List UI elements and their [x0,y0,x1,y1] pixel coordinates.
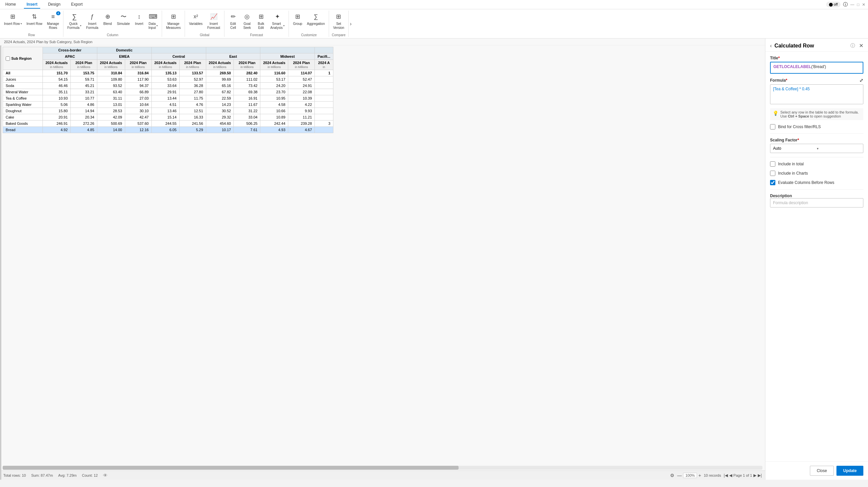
status-bar: Total rows: 10 Sum: 87.47m Avg: 7.29m Co… [0,470,765,480]
window-restore[interactable]: □ [857,2,859,7]
table-row[interactable]: All151.70153.75310.84316.84135.13133.572… [3,70,333,76]
invert-row-button[interactable]: ⇅ Invert Row [25,11,44,27]
window-close[interactable]: ✕ [862,2,865,7]
aggregation-button[interactable]: ∑ Aggregation [305,11,327,27]
col-2024-actuals-central: 2024 Actualsin Millions [151,60,179,70]
edit-cell-button[interactable]: ✏ EditCell [226,11,240,31]
insert-formula-icon: ƒ [88,12,97,21]
evaluate-columns-checkbox[interactable] [770,180,775,185]
include-in-total-label[interactable]: Include in total [778,162,804,166]
formula-input[interactable]: [Tea & Coffee] * 0.45 [770,84,863,104]
insert-forecast-button[interactable]: 📈 InsertForecast [205,11,222,31]
manage-measures-button[interactable]: ⊞ ManageMeasures [164,11,183,31]
insert-formula-button[interactable]: ƒ InsertFormula [84,11,100,31]
table-row[interactable]: Mineral Water35.1133.2163.4066.8929.9127… [3,89,333,95]
table-row[interactable]: Baked Goods246.91272.26500.69537.60244.5… [3,121,333,127]
invert-button[interactable]: ↕ Invert [132,11,146,27]
cell-value: 241.56 [179,121,206,127]
cell-value: 4.51 [151,102,179,108]
include-in-total-checkbox[interactable] [770,161,775,167]
cell-value: 5.29 [179,127,206,133]
zoom-out-button[interactable]: — [677,473,682,478]
side-panel-back-button[interactable]: ‹ [770,43,772,49]
cell-value: 10.77 [70,95,97,102]
cell-value: 53.17 [260,76,288,83]
window-minimize[interactable]: — [850,2,855,7]
ribbon-group-global-label: Global [200,33,210,37]
include-in-charts-checkbox[interactable] [770,171,775,176]
bulk-edit-button[interactable]: ⊞ BulkEdit [254,11,268,31]
side-panel-info-icon[interactable]: ⓘ [850,43,855,49]
cell-value: 69.38 [234,89,260,95]
table-row[interactable]: Tea & Coffee10.9310.7731.1127.0313.4411.… [3,95,333,102]
cell-value: 30.52 [206,108,234,114]
cell-value: 36.28 [179,83,206,89]
evaluate-columns-label[interactable]: Evaluate Columns Before Rows [778,180,834,185]
table-row[interactable]: Doughnut15.8014.9428.5330.1013.4612.5130… [3,108,333,114]
goal-seek-button[interactable]: ◎ GoalSeek [240,11,254,31]
formula-text: [Tea & Coffee] * 0.45 [773,87,810,91]
cell-value: 3 [315,121,333,127]
sub-region-header: Sub Region [3,47,43,70]
ribbon: ⊞ Insert Row ▾ ⇅ Invert Row ≡ 4 ManageRo… [0,9,868,38]
info-icon[interactable]: ⓘ [843,2,848,8]
table-row[interactable]: Juices54.1559.71109.80117.9053.6352.9799… [3,76,333,83]
scaling-dropdown[interactable]: Auto ▾ [770,144,863,153]
table-row[interactable]: Bread4.924.8514.0012.166.055.2910.177.61… [3,127,333,133]
table-row[interactable]: Cake20.9120.3442.0942.4715.1416.3329.323… [3,114,333,121]
scrollbar-thumb[interactable] [3,466,459,470]
row-label: Bread [3,127,43,133]
close-button[interactable]: Close [810,466,834,476]
quick-formula-label: QuickFormula ▾ [67,22,82,30]
first-page-button[interactable]: |◀ [723,473,727,478]
prev-page-button[interactable]: ◀ [729,473,732,478]
sum-stat: Sum: 87.47m [31,474,53,477]
data-input-button[interactable]: ⌨ DataInput ▾ [147,11,160,31]
simulate-button[interactable]: 〜 Simulate [115,11,132,27]
next-page-button[interactable]: ▶ [753,473,756,478]
cell-value: 59.71 [70,76,97,83]
formula-expand-icon[interactable]: ⤢ [859,78,863,83]
settings-icon[interactable]: ⚙ [670,473,674,478]
quick-formula-button[interactable]: ∑ QuickFormula ▾ [65,11,84,31]
table-row[interactable]: Soda46.4645.2193.5294.3733.6436.2865.167… [3,83,333,89]
toggle-off[interactable]: ⬤ off [826,2,840,7]
manage-rows-button[interactable]: ≡ 4 ManageRows [45,11,61,31]
bind-cross-filter-label[interactable]: Bind for Cross filter/RLS [778,125,821,129]
horizontal-scrollbar[interactable] [3,466,763,470]
zoom-level[interactable]: 100% [683,473,697,478]
ribbon-group-measures-items: ⊞ ManageMeasures [164,11,183,36]
blend-button[interactable]: ⊕ Blend [101,11,114,27]
ribbon-group-forecast: ✏ EditCell ◎ GoalSeek ⊞ BulkEdit ✦ Smart… [224,11,289,37]
smart-analysis-button[interactable]: ✦ SmartAnalysis ▾ [268,11,286,31]
include-in-charts-label[interactable]: Include in Charts [778,171,808,175]
table-container[interactable]: Sub Region Cross-border Domestic APAC [0,45,765,465]
visibility-icon[interactable]: 👁 [103,473,107,478]
nav-home[interactable]: Home [3,1,19,9]
side-panel-close-button[interactable]: ✕ [859,42,863,49]
set-version-button[interactable]: ⊞ SetVersion [331,11,346,31]
group-button[interactable]: ⊞ Group [291,11,304,27]
ribbon-expand-button[interactable]: › [349,11,353,37]
bind-cross-filter-checkbox[interactable] [770,124,775,129]
title-input[interactable]: GETLOCALELABEL('Bread') [770,62,863,74]
evaluate-columns-row: Evaluate Columns Before Rows [770,180,863,185]
scaling-value: Auto [773,146,817,151]
cell-value: 29.32 [206,114,234,121]
cell-value: 33.21 [70,89,97,95]
table-row[interactable]: Sparkling Water5.064.8613.0110.644.514.7… [3,102,333,108]
update-button[interactable]: Update [836,466,863,476]
nav-design[interactable]: Design [45,1,63,9]
cell-value: 23.70 [260,89,288,95]
last-page-button[interactable]: ▶| [758,473,762,478]
nav-insert[interactable]: Insert [24,1,40,9]
zoom-in-button[interactable]: + [698,473,701,478]
insert-row-button[interactable]: ⊞ Insert Row ▾ [2,11,24,27]
cell-value: 114.07 [288,70,315,76]
nav-export[interactable]: Export [68,1,85,9]
description-input[interactable]: Formula description [770,198,863,207]
select-all-checkbox[interactable] [6,57,10,61]
cell-value: 10.39 [288,95,315,102]
cell-value: 52.47 [288,76,315,83]
variables-button[interactable]: x² Variables [187,11,205,27]
